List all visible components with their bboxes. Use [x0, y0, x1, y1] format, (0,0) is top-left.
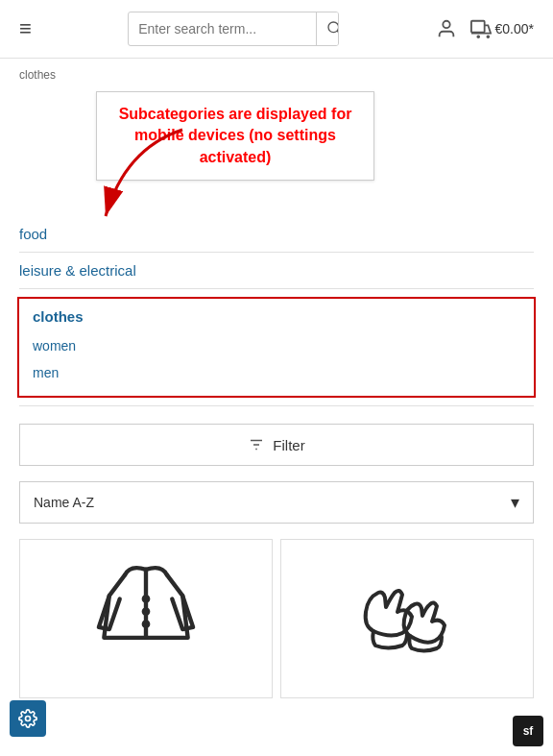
- sort-dropdown[interactable]: Name A-Z ▾: [19, 481, 534, 524]
- callout-box: Subcategories are displayed for mobile d…: [96, 91, 374, 181]
- cart-area[interactable]: €0.00*: [470, 18, 534, 39]
- gear-icon: [18, 709, 37, 728]
- svg-point-14: [26, 717, 31, 721]
- header: ≡ €0.00*: [0, 0, 553, 59]
- breadcrumb-text: clothes: [19, 68, 56, 82]
- search-button[interactable]: [316, 12, 339, 45]
- user-icon[interactable]: [436, 18, 457, 39]
- svg-point-4: [477, 36, 479, 37]
- svg-point-2: [443, 21, 449, 28]
- product-card-mittens[interactable]: [280, 539, 534, 698]
- svg-point-5: [487, 36, 489, 37]
- search-input[interactable]: [129, 21, 316, 37]
- category-list: food leisure & electrical clothes women …: [19, 216, 534, 406]
- category-clothes-label[interactable]: clothes: [33, 308, 520, 325]
- category-food[interactable]: food: [19, 216, 534, 253]
- filter-icon: [248, 436, 265, 453]
- search-icon: [326, 20, 339, 36]
- chevron-down-icon: ▾: [511, 492, 519, 513]
- svg-point-0: [328, 22, 339, 33]
- product-grid: [19, 539, 534, 698]
- category-clothes-box: clothes women men: [17, 297, 536, 398]
- breadcrumb: clothes: [0, 59, 553, 91]
- subcategory-women[interactable]: women: [33, 332, 520, 359]
- subcategory-men[interactable]: men: [33, 359, 520, 386]
- symfony-button[interactable]: sf: [513, 716, 543, 746]
- svg-rect-3: [470, 21, 484, 33]
- hamburger-menu-icon[interactable]: ≡: [19, 16, 32, 41]
- callout-text: Subcategories are displayed for mobile d…: [112, 104, 358, 168]
- cart-icon[interactable]: [470, 18, 492, 39]
- jacket-icon: [93, 559, 199, 678]
- search-bar[interactable]: [128, 12, 339, 46]
- product-card-jacket[interactable]: [19, 539, 273, 698]
- cart-price: €0.00*: [495, 21, 534, 37]
- main-content: Subcategories are displayed for mobile d…: [0, 91, 553, 698]
- svg-line-1: [337, 31, 339, 34]
- header-icons: €0.00*: [436, 18, 534, 39]
- symfony-label: sf: [523, 724, 534, 738]
- sort-label: Name A-Z: [34, 495, 94, 510]
- filter-label: Filter: [273, 437, 304, 453]
- mittens-icon: [354, 559, 460, 678]
- filter-button[interactable]: Filter: [19, 424, 534, 466]
- gear-button[interactable]: [10, 700, 46, 737]
- category-leisure[interactable]: leisure & electrical: [19, 253, 534, 289]
